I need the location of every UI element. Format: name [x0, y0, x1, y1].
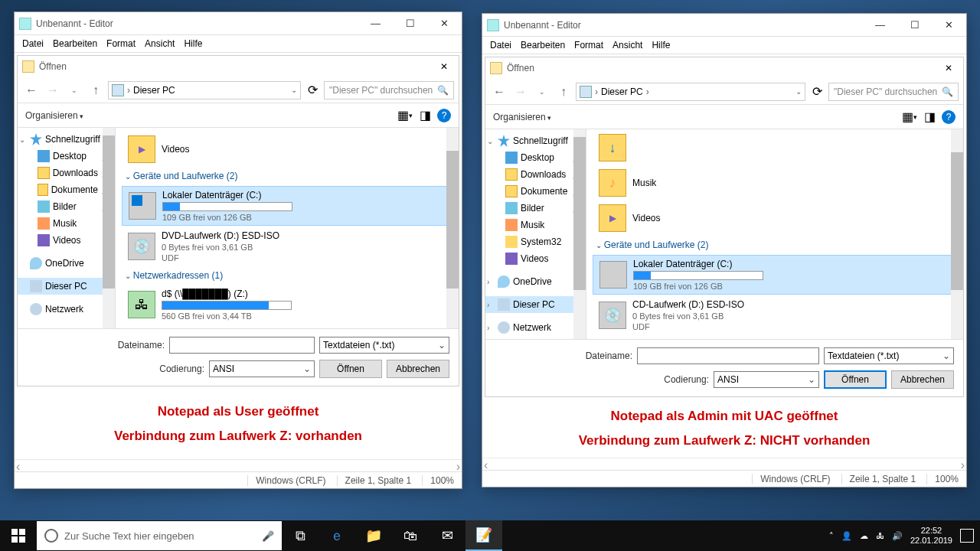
organize-button[interactable]: Organisieren: [25, 110, 83, 121]
maximize-button[interactable]: ☐: [897, 14, 932, 36]
minimize-button[interactable]: —: [863, 14, 897, 36]
folder-item[interactable]: Musik: [593, 166, 957, 200]
menu-edit[interactable]: Bearbeiten: [48, 36, 102, 51]
folder-item[interactable]: [593, 134, 957, 165]
tree-item[interactable]: Videos: [485, 250, 586, 267]
filter-select[interactable]: Textdateien (*.txt): [824, 347, 954, 364]
up-button[interactable]: ↑: [87, 81, 105, 99]
section-network[interactable]: Netzwerkadressen (1): [119, 267, 456, 284]
edge-icon[interactable]: ｅ: [318, 520, 355, 551]
tree-item[interactable]: Dokumente📌: [18, 181, 115, 198]
content-scrollbar[interactable]: [446, 128, 459, 328]
drive-item[interactable]: 💿 CD-Laufwerk (D:) ESD-ISO 0 Bytes frei …: [593, 296, 957, 334]
tray-chevron-icon[interactable]: ˄: [829, 531, 834, 541]
forward-button[interactable]: →: [44, 81, 62, 99]
network-tray-icon[interactable]: 🖧: [876, 531, 884, 540]
filter-select[interactable]: Textdateien (*.txt): [319, 337, 449, 354]
menu-edit[interactable]: Bearbeiten: [516, 37, 570, 53]
encoding-select[interactable]: ANSI: [209, 360, 315, 377]
minimize-button[interactable]: —: [358, 12, 393, 34]
tree-item[interactable]: Dieser PC: [485, 296, 586, 313]
content-pane[interactable]: Musik Videos Geräte und Laufwerke (2) Lo…: [586, 129, 963, 339]
view-button[interactable]: ▦ ▾: [397, 108, 413, 123]
tree-item[interactable]: OneDrive: [18, 255, 115, 272]
encoding-select[interactable]: ANSI: [714, 371, 819, 388]
tree-item[interactable]: Bilder📌: [18, 198, 115, 215]
menu-file[interactable]: Datei: [18, 36, 48, 51]
volume-icon[interactable]: 🔊: [892, 531, 903, 541]
h-scrollbar[interactable]: ‹›: [482, 458, 966, 470]
cancel-button[interactable]: Abbrechen: [891, 370, 954, 389]
section-drives[interactable]: Geräte und Laufwerke (2): [119, 168, 456, 184]
tree-scrollbar[interactable]: [103, 128, 115, 328]
titlebar[interactable]: Unbenannt - Editor — ☐ ✕: [15, 12, 462, 35]
recent-chevron-icon[interactable]: ⌄: [533, 83, 551, 101]
action-center-icon[interactable]: [960, 529, 974, 543]
notepad-taskbar-icon[interactable]: 📝: [466, 520, 502, 551]
refresh-button[interactable]: ⟳: [304, 82, 321, 99]
refresh-button[interactable]: ⟳: [808, 83, 825, 100]
tree-item[interactable]: Desktop📌: [485, 149, 586, 166]
open-button[interactable]: Öffnen: [319, 360, 382, 378]
menu-format[interactable]: Format: [570, 37, 608, 53]
menu-help[interactable]: Hilfe: [647, 37, 675, 53]
maximize-button[interactable]: ☐: [393, 12, 427, 34]
tree-item[interactable]: Desktop📌: [18, 148, 115, 165]
menu-file[interactable]: Datei: [485, 37, 516, 53]
close-button[interactable]: ✕: [427, 12, 462, 34]
address-bar[interactable]: › Dieser PC › ⌄: [576, 83, 805, 101]
tree-item[interactable]: Bilder📌: [485, 200, 586, 217]
preview-pane-button[interactable]: ◨: [922, 109, 937, 125]
folder-item[interactable]: Videos: [122, 132, 452, 166]
dialog-close-button[interactable]: ✕: [934, 58, 963, 79]
mail-icon[interactable]: ✉: [429, 520, 466, 551]
menu-help[interactable]: Hilfe: [179, 36, 207, 51]
h-scrollbar[interactable]: ‹›: [15, 459, 462, 471]
nav-tree[interactable]: SchnellzugriffDesktop📌Downloads📌Dokument…: [18, 128, 116, 328]
filename-input[interactable]: [637, 347, 819, 364]
breadcrumb[interactable]: Dieser PC: [601, 86, 643, 97]
up-button[interactable]: ↑: [554, 83, 573, 101]
organize-button[interactable]: Organisieren: [493, 112, 551, 122]
address-bar[interactable]: › Dieser PC ⌄: [108, 81, 301, 99]
menu-view[interactable]: Ansicht: [140, 36, 179, 51]
tree-item[interactable]: OneDrive: [485, 273, 586, 290]
filename-input[interactable]: [169, 337, 315, 354]
content-pane[interactable]: Videos Geräte und Laufwerke (2) Lokaler …: [116, 128, 459, 328]
tree-item[interactable]: Musik: [485, 217, 586, 233]
titlebar[interactable]: Unbenannt - Editor — ☐ ✕: [482, 14, 966, 37]
cancel-button[interactable]: Abbrechen: [387, 360, 449, 378]
network-drive-item[interactable]: 🖧 d$ (\\███████) (Z:) 560 GB frei von 3,…: [122, 285, 452, 324]
help-button[interactable]: ?: [942, 110, 956, 124]
back-button[interactable]: ←: [490, 83, 508, 101]
forward-button[interactable]: →: [511, 83, 530, 101]
search-input[interactable]: "Dieser PC" durchsuchen 🔍: [828, 83, 959, 101]
clock[interactable]: 22:52 22.01.2019: [910, 526, 952, 546]
close-button[interactable]: ✕: [932, 14, 966, 36]
store-icon[interactable]: 🛍: [392, 520, 429, 551]
drive-item[interactable]: Lokaler Datenträger (C:) 109 GB frei von…: [122, 186, 452, 226]
section-drives[interactable]: Geräte und Laufwerke (2): [590, 236, 960, 253]
dialog-close-button[interactable]: ✕: [430, 57, 459, 77]
tree-item[interactable]: Schnellzugriff: [485, 132, 586, 149]
help-button[interactable]: ?: [437, 109, 451, 122]
taskbar-search[interactable]: Zur Suche Text hier eingeben 🎤: [37, 521, 282, 550]
start-button[interactable]: [0, 520, 37, 551]
tree-item[interactable]: Schnellzugriff: [18, 131, 115, 148]
view-button[interactable]: ▦ ▾: [902, 109, 917, 125]
back-button[interactable]: ←: [22, 81, 41, 99]
tree-item[interactable]: Downloads📌: [18, 165, 115, 181]
preview-pane-button[interactable]: ◨: [417, 108, 433, 123]
recent-chevron-icon[interactable]: ⌄: [65, 81, 83, 99]
tree-item[interactable]: Videos: [18, 232, 115, 249]
task-view-button[interactable]: ⧉: [282, 520, 318, 551]
tree-item[interactable]: Netzwerk: [485, 319, 586, 336]
explorer-icon[interactable]: 📁: [355, 520, 392, 551]
tree-item[interactable]: Dokumente📌: [485, 183, 586, 200]
folder-item[interactable]: Videos: [593, 201, 957, 235]
tree-item[interactable]: Musik: [18, 215, 115, 232]
onedrive-tray-icon[interactable]: ☁: [860, 531, 868, 541]
breadcrumb[interactable]: Dieser PC: [133, 85, 175, 96]
content-scrollbar[interactable]: [951, 129, 963, 339]
tree-scrollbar[interactable]: [573, 129, 586, 339]
